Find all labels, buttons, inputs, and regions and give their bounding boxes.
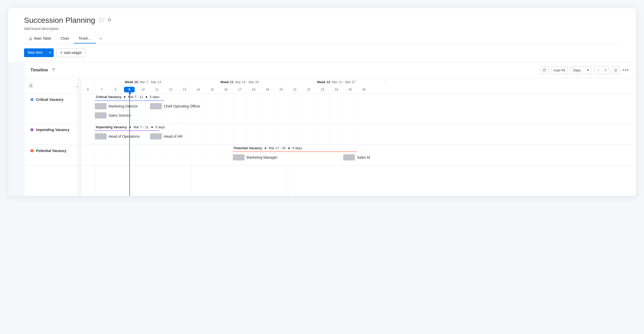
day-cell: 17: [233, 86, 247, 93]
group-name: Potential Vacancy: [36, 149, 66, 153]
tab-main-table[interactable]: Main Table: [24, 34, 56, 44]
collapse-sidebar-icon[interactable]: [29, 83, 33, 88]
group-span-bar: [95, 130, 160, 131]
item-label: Head of HR: [164, 134, 182, 138]
day-cell: 11: [150, 86, 164, 93]
add-view-button[interactable]: +: [96, 34, 106, 44]
filter-icon[interactable]: [52, 68, 56, 73]
day-cell: 25: [343, 86, 357, 93]
star-icon[interactable]: [107, 17, 112, 23]
new-item-dropdown[interactable]: [46, 48, 54, 57]
timeline-item[interactable]: Marketing Manager: [233, 154, 278, 160]
timeline-grid[interactable]: Week 10Mar 7 - Mar 13Week 11Mar 14 - Mar…: [78, 78, 636, 196]
timeline-item[interactable]: Head of HR: [150, 133, 182, 139]
day-cell: 12: [164, 86, 178, 93]
week-header: Week 12Mar 21 - Mar 27: [288, 78, 385, 86]
item-label: Sales Director: [109, 113, 131, 117]
item-label: Marketing Director: [109, 104, 138, 108]
lane: Critical VacancyMar 7 - 115 daysMarketin…: [78, 93, 636, 124]
add-widget-button[interactable]: + Add widget: [56, 48, 86, 57]
group-summary-duration: 5 days: [155, 125, 165, 129]
day-cell: 7: [95, 86, 109, 93]
item-bar: [95, 133, 107, 139]
dot-separator: [288, 147, 290, 149]
tab-timeli-[interactable]: Timeli…: [74, 34, 96, 44]
day-cell: 9: [124, 87, 135, 92]
week-dates: Mar 14 - Mar 20: [235, 80, 259, 84]
more-icon: •••: [623, 68, 629, 73]
zoom-out-button[interactable]: −: [595, 66, 602, 74]
day-cell: 18: [247, 86, 260, 93]
scale-label: Days: [573, 68, 581, 72]
tab-chart[interactable]: Chart: [56, 34, 74, 44]
day-cell: 20: [274, 86, 288, 93]
group-name: Critical Vacancy: [36, 98, 63, 102]
dot-separator: [146, 96, 147, 98]
lane: Potential VacancyMar 17 - 259 daysMarket…: [78, 145, 636, 166]
tab-label: Timeli…: [78, 36, 91, 40]
group-summary-duration: 9 days: [292, 146, 302, 150]
panel-title: Timeline: [30, 68, 48, 73]
dot-separator: [151, 126, 153, 128]
week-label: Week 10: [125, 80, 138, 84]
group-summary-duration: 5 days: [150, 95, 159, 99]
item-bar: [343, 154, 355, 160]
item-label: Chief Operating Officer: [164, 104, 200, 108]
new-item-button[interactable]: New Item: [24, 48, 54, 57]
group-summary-dates: Mar 7 - 11: [128, 95, 143, 99]
group-summary: Potential VacancyMar 17 - 259 days: [234, 146, 302, 150]
timeline-item[interactable]: Sales Director: [95, 112, 131, 118]
tab-label: Chart: [60, 36, 69, 40]
day-cell: 13: [178, 86, 191, 93]
board-header: Succession Planning i Add board descript…: [8, 8, 636, 62]
view-tabs: Main TableChartTimeli…+: [24, 34, 620, 44]
scale-select[interactable]: Days: [570, 67, 592, 74]
day-cell: 22: [302, 86, 316, 93]
day-cell: 23: [316, 86, 329, 93]
timeline-item[interactable]: Head of Operations: [95, 133, 140, 139]
timeline-item[interactable]: Chief Operating Officer: [150, 103, 200, 109]
group-summary-dates: Mar 7 - 11: [133, 125, 148, 129]
sidebar-header: [24, 78, 78, 93]
group-color-dot: [30, 98, 33, 101]
app-window: Succession Planning i Add board descript…: [8, 8, 636, 196]
group-name: Impending Vacancy: [36, 128, 70, 132]
week-dates: Mar 7 - Mar 13: [140, 80, 161, 84]
item-label: Marketing Manager: [247, 155, 278, 159]
group-summary-name: Critical Vacancy: [96, 95, 121, 99]
day-cell: 21: [288, 86, 302, 93]
week-header: Week 11Mar 14 - Mar 20: [191, 78, 288, 86]
group-summary-name: Impending Vacancy: [96, 125, 127, 129]
chevron-down-icon: [587, 70, 589, 71]
board-description[interactable]: Add board description: [24, 27, 620, 31]
group-impending-vacancy[interactable]: Impending Vacancy: [24, 124, 78, 145]
group-critical-vacancy[interactable]: Critical Vacancy: [24, 93, 78, 124]
zoom-controls: − +: [594, 66, 609, 74]
timeline-item[interactable]: Sales M: [343, 154, 370, 160]
export-button[interactable]: [612, 66, 619, 74]
lane: Impending VacancyMar 7 - 115 daysHead of…: [78, 124, 636, 145]
timeline-item[interactable]: Marketing Director: [95, 103, 138, 109]
zoom-in-button[interactable]: +: [602, 66, 609, 74]
day-cell: 15: [205, 86, 219, 93]
group-color-dot: [30, 128, 33, 131]
timeline-panel: Timeline Auto Fit Days: [24, 62, 636, 196]
chevron-down-icon: [49, 52, 51, 53]
panel-header: Timeline Auto Fit Days: [24, 62, 636, 78]
board-toolbar: New Item + Add widget: [24, 44, 620, 62]
home-icon: [29, 37, 32, 40]
timeline-body: Critical VacancyImpending VacancyPotenti…: [24, 78, 636, 196]
day-cell: 6: [81, 86, 95, 93]
more-button[interactable]: •••: [622, 66, 630, 74]
group-potential-vacancy[interactable]: Potential Vacancy: [24, 145, 78, 166]
info-icon[interactable]: i: [99, 18, 103, 23]
group-summary: Critical VacancyMar 7 - 115 days: [96, 95, 159, 99]
auto-fit-button[interactable]: Auto Fit: [551, 67, 568, 74]
today-button[interactable]: [541, 66, 548, 74]
board-title: Succession Planning: [24, 16, 95, 25]
day-cell: 16: [219, 86, 233, 93]
week-header: Week 10Mar 7 - Mar 13: [95, 78, 191, 86]
group-summary: Impending VacancyMar 7 - 115 days: [96, 125, 165, 129]
auto-fit-label: Auto Fit: [554, 68, 565, 72]
week-label: Week 12: [317, 80, 330, 84]
